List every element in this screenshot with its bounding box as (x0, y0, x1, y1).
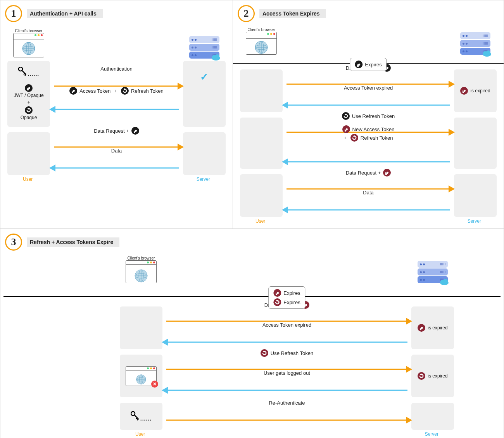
refresh-token-text: Refresh Token (131, 88, 164, 94)
use-refresh-token-label: Use Refresh Token (352, 113, 395, 119)
expires-label: Expires (283, 290, 300, 296)
server-icon (460, 32, 490, 55)
panel-title-2: Access Token Expires (259, 9, 326, 18)
user-caption: User (255, 218, 265, 224)
jwt-opaque-label: JWT / Opaque (14, 93, 43, 99)
access-token-expired-label: Access Token expired (344, 85, 393, 91)
server-refresh-token-expired-status: is expired (418, 372, 447, 380)
refresh-token-icon (261, 349, 268, 357)
arrow-logged-out (162, 386, 411, 394)
data-request-label: Data Request + (94, 128, 129, 134)
client-browser-label: Client's browser (248, 28, 275, 32)
panel-number-1: 1 (5, 5, 22, 22)
access-token-expired-label: Access Token expired (262, 322, 311, 328)
server-token-expired-status: is expired (460, 87, 490, 95)
plus-sep: + (113, 88, 119, 94)
browser-icon (13, 33, 44, 57)
arrow-re-authenticate (162, 416, 411, 424)
refresh-token-icon (25, 106, 33, 114)
arrow-new-tokens (283, 158, 454, 166)
key-icon: ...... (18, 67, 39, 77)
access-token-expired-icon (273, 289, 281, 297)
data-label: Data (111, 148, 122, 154)
access-token-icon (25, 84, 33, 92)
refresh-token-expired-icon (273, 298, 281, 306)
panel-title-1: Authentication + API calls (27, 9, 103, 18)
server-caption: Server (197, 177, 210, 182)
client-browser-label: Client's browser (128, 256, 155, 260)
server-icon (189, 36, 219, 59)
access-token-expired-icon (418, 324, 425, 332)
arrow-token-expired-response (283, 101, 454, 109)
arrow-label-authentication: Authentication (100, 66, 132, 72)
access-token-text: Access Token (79, 88, 110, 94)
refresh-token-icon (121, 87, 129, 95)
user-lane: Client's browser (7, 25, 50, 61)
client-browser-label: Client's browser (15, 29, 43, 33)
expires-label: Expires (365, 62, 381, 68)
server-icon (418, 261, 448, 283)
access-token-expired-icon (460, 87, 468, 95)
browser-icon (126, 260, 157, 283)
panel-both-tokens-expire: 3 Refresh + Access Tokens Expire Client'… (0, 229, 504, 438)
refresh-token-label: Refresh Token (361, 135, 393, 141)
checkmark-icon: ✓ (200, 71, 209, 83)
re-authenticate-label: Re-Authenticate (269, 400, 305, 406)
expires-callout: Expires (350, 58, 387, 71)
refresh-token-icon (342, 112, 350, 120)
arrow-data-return (50, 164, 183, 172)
access-token-icon (355, 61, 362, 68)
browser-logged-out-icon: ✕ (126, 366, 157, 386)
expires-callout: Expires Expires (268, 286, 305, 309)
opaque-label: Opaque (21, 115, 37, 121)
new-access-token-label: New Access Token (352, 126, 395, 132)
access-token-icon (69, 87, 77, 95)
user-logged-out-label: User gets logged out (264, 370, 310, 376)
access-token-icon (383, 169, 391, 177)
user-caption: User (135, 431, 145, 437)
data-request-label: Data Request + (346, 170, 381, 176)
key-icon: ...... (131, 411, 152, 422)
arrow-tokens-return (50, 106, 183, 113)
panel-number-3: 3 (5, 234, 22, 251)
data-label: Data (363, 190, 373, 196)
browser-icon (246, 32, 277, 55)
server-caption: Server (425, 431, 438, 437)
arrow-token-expired-response (162, 338, 411, 346)
panel-access-token-expires: 2 Access Token Expires Client's browser (233, 0, 504, 229)
error-badge-icon: ✕ (151, 381, 158, 388)
panel-number-2: 2 (238, 5, 255, 22)
new-access-token-icon (342, 125, 350, 133)
new-refresh-token-icon (350, 134, 358, 142)
panel-auth-api-calls: 1 Authentication + API calls Client's br… (0, 0, 233, 229)
server-access-token-expired-status: is expired (418, 324, 447, 332)
use-refresh-token-label: Use Refresh Token (271, 350, 313, 356)
access-token-icon (131, 127, 139, 135)
expires-label: Expires (283, 300, 300, 305)
server-lane (183, 25, 226, 61)
server-caption: Server (468, 218, 481, 224)
refresh-token-expired-icon (418, 372, 425, 380)
expires-divider (3, 296, 501, 297)
plus-label: + (27, 100, 30, 106)
user-caption: User (23, 177, 33, 182)
arrow-data-return (283, 206, 454, 214)
panel-title-3: Refresh + Access Tokens Expire (27, 237, 119, 247)
